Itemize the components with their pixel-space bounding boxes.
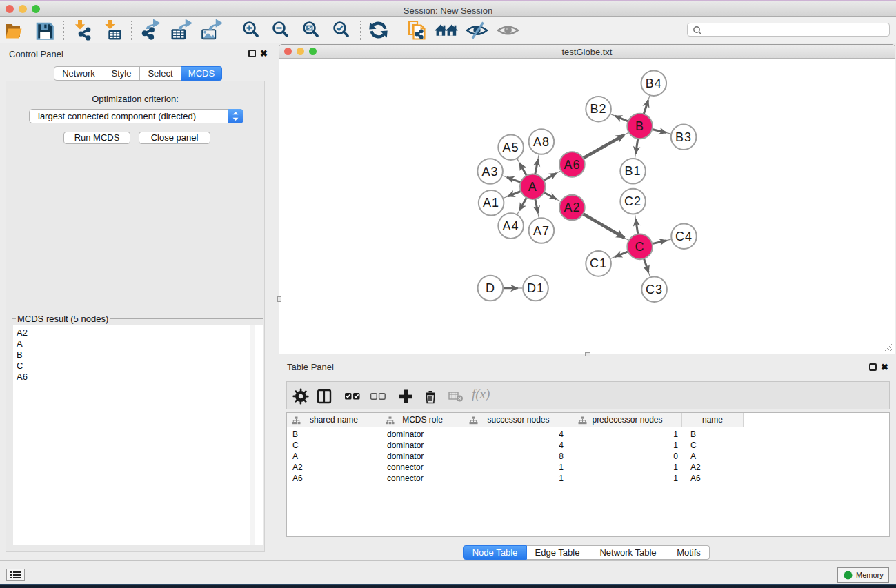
- svg-text:A2: A2: [564, 201, 580, 214]
- svg-text:C4: C4: [675, 230, 693, 243]
- svg-text:C2: C2: [624, 194, 641, 208]
- svg-text:A8: A8: [533, 135, 550, 149]
- svg-text:A7: A7: [533, 224, 550, 238]
- svg-text:B4: B4: [646, 77, 662, 90]
- svg-text:C: C: [635, 240, 645, 254]
- svg-text:B: B: [635, 119, 644, 133]
- svg-text:A6: A6: [564, 158, 580, 172]
- svg-text:A3: A3: [482, 165, 499, 179]
- svg-text:A5: A5: [503, 141, 519, 154]
- svg-text:D1: D1: [527, 281, 544, 295]
- svg-text:A1: A1: [483, 196, 499, 210]
- svg-text:A4: A4: [503, 219, 519, 233]
- svg-text:B2: B2: [590, 102, 607, 116]
- svg-text:B3: B3: [675, 130, 692, 144]
- svg-text:C3: C3: [646, 283, 663, 296]
- svg-text:C1: C1: [590, 256, 607, 270]
- svg-text:B1: B1: [625, 164, 641, 178]
- svg-text:D: D: [486, 281, 495, 295]
- svg-text:A: A: [528, 180, 537, 194]
